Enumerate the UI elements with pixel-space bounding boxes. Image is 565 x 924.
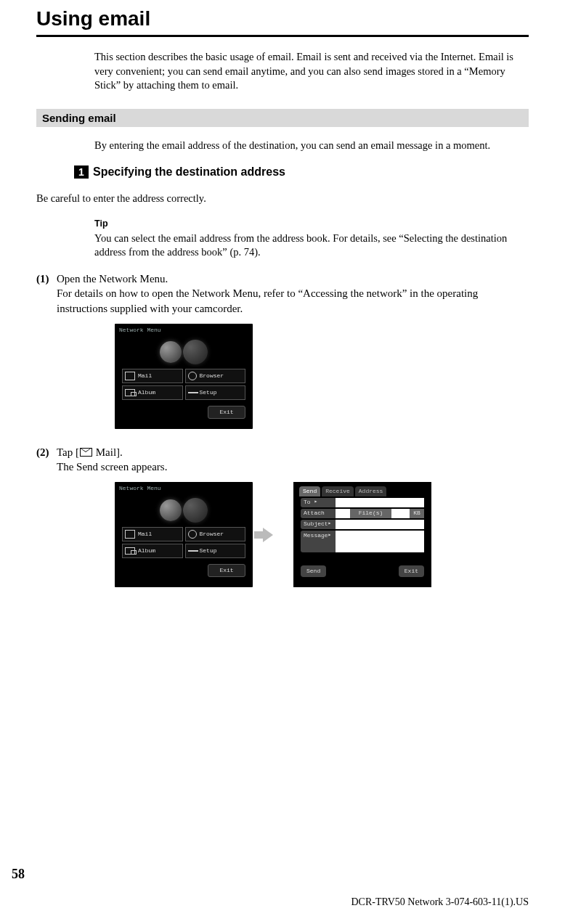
horizontal-rule <box>36 35 529 37</box>
album-icon <box>125 389 135 396</box>
setup-icon-2 <box>188 548 197 554</box>
menu-setup-label-2: Setup <box>200 547 217 555</box>
files-label: File(s) <box>350 509 391 518</box>
subsection-heading: 1 Specifying the destination address <box>74 165 529 179</box>
menu-mail-button-2[interactable]: Mail <box>122 527 183 541</box>
to-field[interactable] <box>336 498 424 507</box>
menu-title: Network Menu <box>119 327 161 335</box>
arrow-right-icon <box>263 528 273 542</box>
step-2-text-after: Mail]. <box>93 446 123 458</box>
attach-size-field[interactable] <box>391 509 410 518</box>
mail-icon-inline <box>80 448 92 457</box>
kb-label: KB <box>410 509 424 518</box>
menu-mail-label: Mail <box>138 372 152 380</box>
subsection-number-box: 1 <box>74 165 89 179</box>
section-intro: By entering the email address of the des… <box>94 139 529 153</box>
menu-album-label: Album <box>138 389 155 397</box>
menu-album-button-2[interactable]: Album <box>122 544 183 558</box>
mail-icon-2 <box>125 530 135 539</box>
menu-setup-label: Setup <box>200 389 217 397</box>
menu-album-label-2: Album <box>138 547 155 555</box>
menu-setup-button-2[interactable]: Setup <box>185 544 246 558</box>
send-screen-screenshot: Send Receive Address To ▸ Attach File(s) <box>293 482 431 587</box>
album-icon-2 <box>125 547 135 555</box>
subject-field[interactable] <box>336 520 424 529</box>
subject-label: Subject▸ <box>301 520 336 529</box>
section-heading-bar: Sending email <box>36 109 529 127</box>
menu-mail-button[interactable]: Mail <box>122 369 183 383</box>
menu-setup-button[interactable]: Setup <box>185 385 246 400</box>
attach-count-field[interactable] <box>336 509 350 518</box>
menu-title-2: Network Menu <box>119 485 161 493</box>
message-label: Message▸ <box>301 531 336 552</box>
network-menu-screenshot-2: Network Menu Mail Browser <box>115 482 253 587</box>
subsection-title: Specifying the destination address <box>93 165 285 179</box>
menu-browser-button-2[interactable]: Browser <box>185 527 246 541</box>
menu-mail-label-2: Mail <box>138 531 152 539</box>
step-2-number: (2) <box>36 445 57 459</box>
step-1-number: (1) <box>36 271 57 286</box>
mail-icon <box>125 372 135 380</box>
tab-receive[interactable]: Receive <box>322 486 354 496</box>
globe-icon <box>188 372 197 380</box>
page-title: Using email <box>36 7 529 30</box>
globe-graphic-2 <box>115 496 253 524</box>
menu-exit-button-2[interactable]: Exit <box>208 564 245 577</box>
send-button[interactable]: Send <box>301 565 326 577</box>
step-2-text-before: Tap [ <box>57 446 79 458</box>
send-exit-button[interactable]: Exit <box>399 565 424 577</box>
step-1-detail: For details on how to open the Network M… <box>57 286 529 316</box>
menu-browser-label-2: Browser <box>200 531 224 539</box>
to-label: To ▸ <box>301 498 336 507</box>
setup-icon <box>188 390 197 396</box>
message-field[interactable] <box>336 531 424 552</box>
tab-send[interactable]: Send <box>299 486 320 496</box>
footer-text: DCR-TRV50 Network 3-074-603-11(1).US <box>351 896 529 908</box>
menu-browser-label: Browser <box>200 372 224 380</box>
menu-exit-button[interactable]: Exit <box>208 406 245 419</box>
tip-label: Tip <box>94 218 529 230</box>
tip-text: You can select the email address from th… <box>94 232 529 260</box>
menu-album-button[interactable]: Album <box>122 385 183 400</box>
menu-browser-button[interactable]: Browser <box>185 369 246 383</box>
page-number: 58 <box>12 867 25 882</box>
step-2-detail: The Send screen appears. <box>57 459 529 475</box>
intro-paragraph: This section describes the basic usage o… <box>94 50 529 93</box>
globe-icon-2 <box>188 530 197 539</box>
network-menu-screenshot: Network Menu Mail Browser Album <box>115 324 253 429</box>
attach-label: Attach <box>301 509 336 518</box>
step-1-text: Open the Network Menu. <box>57 271 168 286</box>
tab-address[interactable]: Address <box>355 486 387 496</box>
step-2-text: Tap [ Mail]. <box>57 445 123 459</box>
careful-text: Be careful to enter the address correctl… <box>36 192 529 206</box>
globe-graphic <box>115 338 253 366</box>
